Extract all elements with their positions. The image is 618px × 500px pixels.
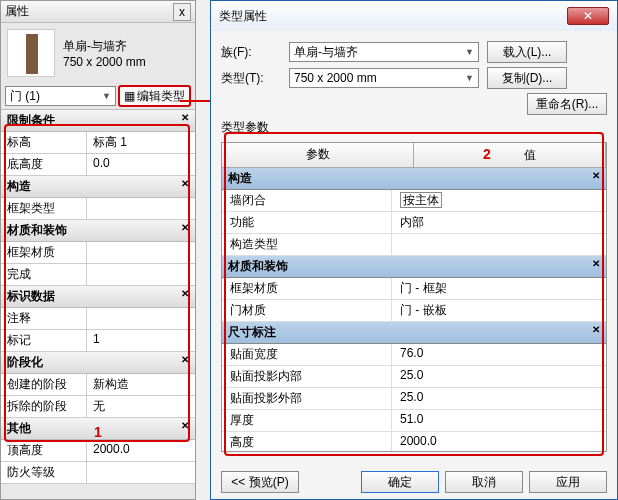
dialog-title: 类型属性 bbox=[219, 8, 267, 25]
param-name: 拆除的阶段 bbox=[1, 396, 87, 417]
type-label-block: 单扇-与墙齐 750 x 2000 mm bbox=[63, 38, 146, 69]
instance-selector-value: 门 (1) bbox=[10, 88, 40, 105]
type-params-grid: 参数 2 值 构造✕墙闭合按主体功能内部构造类型材质和装饰✕框架材质门 - 框架… bbox=[221, 142, 607, 452]
param-value[interactable]: 0.0 bbox=[87, 154, 195, 175]
param-value[interactable] bbox=[87, 462, 195, 483]
preview-button[interactable]: << 预览(P) bbox=[221, 471, 299, 493]
table-row[interactable]: 拆除的阶段无 bbox=[1, 396, 195, 418]
table-row[interactable]: 贴面投影外部25.0 bbox=[222, 388, 606, 410]
table-row[interactable]: 框架材质门 - 框架 bbox=[222, 278, 606, 300]
param-name: 贴面投影外部 bbox=[222, 388, 392, 409]
param-value[interactable]: 1 bbox=[87, 330, 195, 351]
param-value[interactable]: 内部 bbox=[392, 212, 606, 233]
table-row[interactable]: 标高标高 1 bbox=[1, 132, 195, 154]
param-name: 高度 bbox=[222, 432, 392, 452]
family-dropdown[interactable]: 单扇-与墙齐 ▼ bbox=[289, 42, 479, 62]
dialog-body: 族(F): 单扇-与墙齐 ▼ 载入(L)... 类型(T): 750 x 200… bbox=[211, 31, 617, 458]
param-name: 框架材质 bbox=[222, 278, 392, 299]
section-header[interactable]: 材质和装饰✕ bbox=[1, 220, 195, 242]
load-button[interactable]: 载入(L)... bbox=[487, 41, 567, 63]
param-value[interactable] bbox=[392, 234, 606, 255]
type-size: 750 x 2000 mm bbox=[63, 55, 146, 69]
edit-type-label: 编辑类型 bbox=[137, 88, 185, 105]
table-row[interactable]: 完成 bbox=[1, 264, 195, 286]
param-value[interactable]: 门 - 嵌板 bbox=[392, 300, 606, 321]
table-row[interactable]: 厚度51.0 bbox=[222, 410, 606, 432]
param-name: 墙闭合 bbox=[222, 190, 392, 211]
param-value[interactable]: 76.0 bbox=[392, 344, 606, 365]
param-name: 标记 bbox=[1, 330, 87, 351]
table-row[interactable]: 防火等级 bbox=[1, 462, 195, 484]
cancel-button[interactable]: 取消 bbox=[445, 471, 523, 493]
table-row[interactable]: 门材质门 - 嵌板 bbox=[222, 300, 606, 322]
param-value[interactable]: 2000.0 bbox=[392, 432, 606, 452]
section-header[interactable]: 尺寸标注✕ bbox=[222, 322, 606, 344]
param-name: 完成 bbox=[1, 264, 87, 285]
type-dropdown-value: 750 x 2000 mm bbox=[294, 71, 377, 85]
param-value[interactable]: 门 - 框架 bbox=[392, 278, 606, 299]
edit-type-button[interactable]: ▦ 编辑类型 bbox=[118, 85, 191, 107]
duplicate-button[interactable]: 复制(D)... bbox=[487, 67, 567, 89]
param-name: 贴面宽度 bbox=[222, 344, 392, 365]
table-row[interactable]: 墙闭合按主体 bbox=[222, 190, 606, 212]
param-value[interactable]: 25.0 bbox=[392, 366, 606, 387]
param-value[interactable]: 标高 1 bbox=[87, 132, 195, 153]
table-row[interactable]: 标记1 bbox=[1, 330, 195, 352]
section-header[interactable]: 限制条件✕ bbox=[1, 110, 195, 132]
dialog-titlebar[interactable]: 类型属性 ✕ bbox=[211, 1, 617, 31]
param-name: 构造类型 bbox=[222, 234, 392, 255]
table-row[interactable]: 框架类型 bbox=[1, 198, 195, 220]
type-preview-row[interactable]: 单扇-与墙齐 750 x 2000 mm bbox=[1, 23, 195, 83]
rename-button[interactable]: 重命名(R)... bbox=[527, 93, 607, 115]
section-header[interactable]: 标识数据✕ bbox=[1, 286, 195, 308]
param-value[interactable]: 新构造 bbox=[87, 374, 195, 395]
table-row[interactable]: 顶高度2000.0 bbox=[1, 440, 195, 462]
section-header[interactable]: 构造✕ bbox=[222, 168, 606, 190]
table-row[interactable]: 底高度0.0 bbox=[1, 154, 195, 176]
param-value[interactable] bbox=[87, 242, 195, 263]
param-name: 厚度 bbox=[222, 410, 392, 431]
param-value[interactable] bbox=[87, 198, 195, 219]
annotation-number-1: 1 bbox=[94, 424, 102, 440]
section-header[interactable]: 构造✕ bbox=[1, 176, 195, 198]
dialog-footer: << 预览(P) 确定 取消 应用 bbox=[221, 471, 607, 493]
instance-selector[interactable]: 门 (1) ▼ bbox=[5, 86, 116, 106]
close-icon[interactable]: x bbox=[173, 3, 191, 21]
param-value[interactable]: 无 bbox=[87, 396, 195, 417]
param-value[interactable]: 2000.0 bbox=[87, 440, 195, 461]
param-name: 防火等级 bbox=[1, 462, 87, 483]
col-param: 参数 bbox=[222, 143, 414, 167]
family-label: 族(F): bbox=[221, 44, 281, 61]
dialog-close-button[interactable]: ✕ bbox=[567, 7, 609, 25]
table-row[interactable]: 框架材质 bbox=[1, 242, 195, 264]
param-value[interactable] bbox=[87, 308, 195, 329]
param-value[interactable] bbox=[87, 264, 195, 285]
section-header[interactable]: 阶段化✕ bbox=[1, 352, 195, 374]
param-name: 功能 bbox=[222, 212, 392, 233]
family-dropdown-value: 单扇-与墙齐 bbox=[294, 44, 358, 61]
ok-button[interactable]: 确定 bbox=[361, 471, 439, 493]
type-dropdown[interactable]: 750 x 2000 mm ▼ bbox=[289, 68, 479, 88]
table-row[interactable]: 高度2000.0 bbox=[222, 432, 606, 452]
door-thumbnail-icon bbox=[7, 29, 55, 77]
param-name: 顶高度 bbox=[1, 440, 87, 461]
param-value[interactable]: 按主体 bbox=[392, 190, 606, 211]
grid-header: 参数 2 值 bbox=[222, 143, 606, 168]
table-row[interactable]: 贴面宽度76.0 bbox=[222, 344, 606, 366]
param-name: 框架类型 bbox=[1, 198, 87, 219]
table-row[interactable]: 构造类型 bbox=[222, 234, 606, 256]
family-name: 单扇-与墙齐 bbox=[63, 38, 146, 55]
table-row[interactable]: 贴面投影内部25.0 bbox=[222, 366, 606, 388]
param-name: 注释 bbox=[1, 308, 87, 329]
col-value-label: 值 bbox=[524, 148, 536, 162]
param-name: 创建的阶段 bbox=[1, 374, 87, 395]
table-row[interactable]: 创建的阶段新构造 bbox=[1, 374, 195, 396]
param-value[interactable]: 51.0 bbox=[392, 410, 606, 431]
table-row[interactable]: 功能内部 bbox=[222, 212, 606, 234]
param-value[interactable]: 25.0 bbox=[392, 388, 606, 409]
type-label: 类型(T): bbox=[221, 70, 281, 87]
param-name: 底高度 bbox=[1, 154, 87, 175]
apply-button[interactable]: 应用 bbox=[529, 471, 607, 493]
section-header[interactable]: 材质和装饰✕ bbox=[222, 256, 606, 278]
table-row[interactable]: 注释 bbox=[1, 308, 195, 330]
